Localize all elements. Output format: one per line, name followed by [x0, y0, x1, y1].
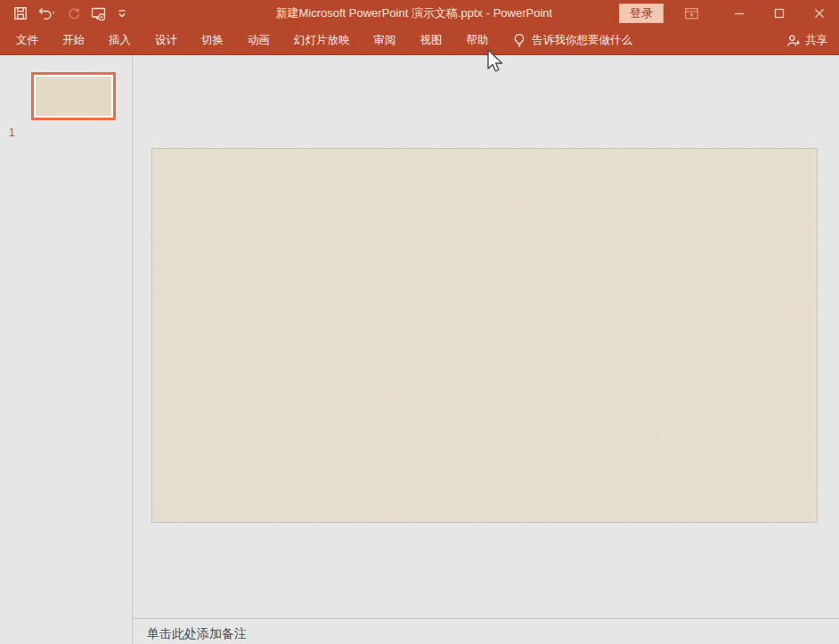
notes-pane[interactable]: 单击此处添加备注 [133, 619, 839, 644]
undo-button[interactable] [37, 6, 57, 20]
undo-icon [37, 6, 57, 20]
ribbon-tabs: 文件 开始 插入 设计 切换 动画 幻灯片放映 审阅 视图 帮助 [0, 33, 489, 48]
title-bar: 新建Microsoft PowerPoint 演示文稿.pptx - Power… [0, 0, 839, 27]
slide-thumbnail-preview [36, 77, 111, 116]
tab-help[interactable]: 帮助 [467, 33, 489, 48]
close-icon [814, 8, 825, 19]
slide-thumbnail-panel: 1 [0, 55, 132, 644]
tab-insert[interactable]: 插入 [109, 33, 131, 48]
quick-access-toolbar [0, 6, 127, 21]
tab-file[interactable]: 文件 [16, 33, 38, 48]
lightbulb-icon [513, 33, 525, 48]
tab-home[interactable]: 开始 [62, 33, 85, 48]
window-title: 新建Microsoft PowerPoint 演示文稿.pptx - Power… [275, 0, 552, 27]
notes-placeholder: 单击此处添加备注 [147, 626, 247, 642]
ribbon-tab-bar: 文件 开始 插入 设计 切换 动画 幻灯片放映 审阅 视图 帮助 告诉我你想要做… [0, 27, 839, 55]
tab-review[interactable]: 审阅 [374, 33, 396, 48]
share-button[interactable]: 共享 [786, 27, 827, 54]
slide-thumbnail-selected[interactable] [31, 72, 116, 120]
tab-design[interactable]: 设计 [155, 33, 177, 48]
tab-slideshow[interactable]: 幻灯片放映 [294, 33, 350, 48]
tell-me-label: 告诉我你想要做什么 [533, 33, 633, 48]
ribbon-display-options-icon [684, 6, 699, 20]
share-label: 共享 [805, 33, 827, 48]
powerpoint-window: 新建Microsoft PowerPoint 演示文稿.pptx - Power… [0, 0, 839, 644]
close-button[interactable] [799, 0, 839, 27]
start-slideshow-button[interactable] [91, 6, 107, 21]
slide-paper-texture [152, 149, 817, 522]
tab-view[interactable]: 视图 [420, 33, 443, 48]
window-controls: 登录 [619, 0, 839, 27]
minimize-button[interactable] [719, 0, 759, 27]
save-button[interactable] [13, 6, 28, 20]
sign-in-button[interactable]: 登录 [619, 4, 664, 23]
minimize-icon [734, 8, 745, 19]
chevron-down-icon [117, 7, 127, 20]
ribbon-display-options-button[interactable] [684, 6, 699, 20]
slide-editing-surface[interactable] [151, 148, 818, 523]
redo-button[interactable] [67, 6, 81, 20]
save-icon [13, 6, 28, 20]
maximize-icon [774, 8, 785, 19]
tab-animations[interactable]: 动画 [248, 33, 270, 48]
slide-number: 1 [9, 126, 15, 139]
share-person-icon [786, 34, 801, 48]
redo-icon [67, 6, 81, 20]
start-slideshow-icon [91, 6, 107, 21]
customize-quick-access-button[interactable] [117, 7, 127, 20]
tab-transitions[interactable]: 切换 [201, 33, 224, 48]
tell-me-box[interactable]: 告诉我你想要做什么 [513, 33, 633, 48]
maximize-button[interactable] [759, 0, 799, 27]
